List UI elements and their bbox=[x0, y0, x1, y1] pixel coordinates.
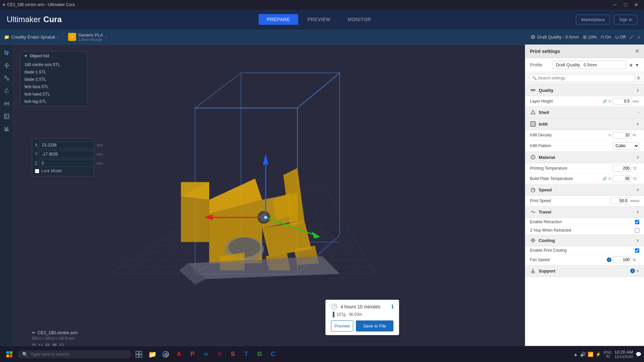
list-item[interactable]: ferb leg.STL bbox=[20, 98, 87, 105]
profile-chevron-icon[interactable]: ▼ bbox=[635, 62, 639, 68]
chrome-button[interactable] bbox=[160, 348, 172, 360]
print-speed-input[interactable] bbox=[610, 197, 629, 204]
shell-section: Shell › bbox=[525, 107, 644, 118]
z-input[interactable] bbox=[39, 160, 94, 167]
close-button[interactable]: ✕ bbox=[631, 1, 641, 8]
infill-pattern-row: Infill Pattern Cubic Grid Lines Triangle… bbox=[525, 140, 644, 152]
arduino-button[interactable]: ∞ bbox=[200, 348, 212, 360]
printing-temp-unit: °C bbox=[633, 166, 639, 170]
profile-favorite-icon[interactable]: ★ bbox=[629, 62, 633, 68]
object-list-header[interactable]: ▼ Object list bbox=[20, 52, 87, 60]
nav-prepare[interactable]: PREPARE bbox=[259, 14, 298, 25]
infill-density-label: Infill Density bbox=[530, 133, 608, 137]
teamviewer-button[interactable]: T bbox=[240, 348, 252, 360]
sidebar-support-blocker[interactable] bbox=[1, 124, 12, 134]
list-item[interactable]: blade 1.STL bbox=[20, 68, 87, 76]
svg-line-93 bbox=[531, 239, 532, 240]
cooling-section-header[interactable]: Cooling ∨ bbox=[525, 235, 644, 246]
toolbar-material[interactable]: ● Generic PLA 1.0mm Nozzle › bbox=[68, 33, 106, 42]
nav-monitor[interactable]: MONITOR bbox=[340, 14, 379, 25]
preview-button[interactable]: Preview bbox=[331, 320, 353, 331]
start-button[interactable] bbox=[3, 348, 16, 361]
notifications-icon[interactable]: 💬 bbox=[636, 352, 641, 357]
model-dimensions: 205.1 x 160.0 x 120.0 mm bbox=[32, 336, 78, 340]
fan-speed-input[interactable] bbox=[613, 256, 631, 263]
support-section-header[interactable]: Support i ∨ bbox=[525, 265, 644, 277]
svg-point-108 bbox=[164, 353, 167, 356]
infill-pattern-select[interactable]: Cubic Grid Lines Triangles Gyroid bbox=[612, 142, 639, 149]
tray-expand-icon[interactable]: ▲ bbox=[573, 352, 578, 357]
infill-header-left: Infill bbox=[530, 121, 548, 127]
battery-icon[interactable]: ⚡ bbox=[595, 352, 601, 357]
build-plate-temp-input[interactable] bbox=[613, 175, 631, 182]
build-plate-link-icon[interactable]: 🔗 bbox=[602, 177, 607, 181]
restore-button[interactable]: □ bbox=[621, 1, 631, 8]
sidebar-rotate-tool[interactable] bbox=[1, 85, 12, 96]
x-input[interactable] bbox=[40, 141, 95, 149]
taskbar-search-input[interactable] bbox=[31, 352, 118, 357]
sketchbook-button[interactable]: S bbox=[227, 348, 239, 360]
save-to-file-button[interactable]: Save to File bbox=[356, 320, 393, 331]
sidebar-select-tool[interactable] bbox=[1, 47, 12, 58]
volume-icon[interactable]: 🔊 bbox=[580, 352, 586, 357]
profile-input[interactable] bbox=[553, 61, 626, 69]
enable-retraction-checkbox[interactable] bbox=[635, 220, 639, 224]
viewport-3d[interactable] bbox=[13, 45, 525, 362]
sidebar-permodel-settings[interactable] bbox=[1, 111, 12, 122]
cura-button[interactable]: C bbox=[267, 348, 279, 360]
quality-section-header[interactable]: Quality ∨ bbox=[525, 84, 644, 96]
network-icon[interactable]: 📶 bbox=[588, 352, 593, 357]
travel-section-header[interactable]: Travel ∨ bbox=[525, 206, 644, 218]
shell-section-header[interactable]: Shell › bbox=[525, 107, 644, 118]
reset-icon[interactable]: ↻ bbox=[608, 99, 611, 104]
estimate-info-icon[interactable]: ℹ bbox=[391, 303, 393, 310]
speed-section-header[interactable]: Speed ∨ bbox=[525, 184, 644, 196]
taskbar-clock[interactable]: 10:20 AM 12/14/2020 bbox=[614, 350, 633, 359]
list-item[interactable]: 180 centre arm.STL bbox=[20, 61, 87, 68]
build-plate-reset-icon[interactable]: ↻ bbox=[608, 177, 611, 181]
collapse-right-button[interactable]: ‹ bbox=[638, 34, 640, 41]
list-item[interactable]: blade 3.STL bbox=[20, 76, 87, 83]
sidebar-move-tool[interactable] bbox=[1, 60, 12, 71]
sidebar-mirror-tool[interactable] bbox=[1, 98, 12, 109]
file-explorer-button[interactable]: 📁 bbox=[146, 348, 158, 360]
y-label: Y bbox=[35, 152, 38, 157]
list-item[interactable]: ferb face.STL bbox=[20, 83, 87, 90]
svg-rect-71 bbox=[531, 89, 535, 90]
search-icon: 🔍 bbox=[532, 76, 537, 80]
taskbar-search-bar[interactable]: 🔍 bbox=[17, 350, 131, 358]
settings-search-input[interactable] bbox=[529, 74, 635, 82]
lock-model-label[interactable]: Lock Model bbox=[41, 169, 62, 173]
acrobat-button[interactable]: A bbox=[173, 348, 185, 360]
z-hop-checkbox[interactable] bbox=[635, 228, 639, 233]
slack-button[interactable]: # bbox=[213, 348, 225, 360]
signin-button[interactable]: Sign in bbox=[614, 15, 637, 24]
enable-cooling-checkbox[interactable] bbox=[635, 248, 639, 253]
list-item[interactable]: ferb hand.STL bbox=[20, 90, 87, 98]
infill-reset-icon[interactable]: ↻ bbox=[608, 133, 611, 137]
nav-preview[interactable]: PREVIEW bbox=[300, 14, 338, 25]
marketplace-button[interactable]: Marketplace bbox=[576, 15, 610, 24]
print-settings-close-button[interactable]: ✕ bbox=[635, 48, 639, 54]
adhesion-toggle[interactable]: ⊔ Off bbox=[615, 35, 626, 40]
machine-chevron-icon: › bbox=[57, 35, 58, 40]
toolbar-machine[interactable]: 📁 Creality Ender-3prabal › bbox=[4, 35, 58, 40]
link-icon[interactable]: 🔗 bbox=[602, 99, 607, 104]
minimize-button[interactable]: ─ bbox=[610, 1, 620, 8]
printing-temp-input[interactable] bbox=[613, 165, 631, 172]
settings-menu-icon[interactable]: ≡ bbox=[637, 75, 640, 81]
material-section-header[interactable]: Material ∨ bbox=[525, 152, 644, 163]
support-toggle[interactable]: ⊓ On bbox=[601, 35, 611, 40]
svg-line-96 bbox=[531, 241, 532, 242]
sidebar-scale-tool[interactable] bbox=[1, 73, 12, 83]
gamemaker-button[interactable]: G bbox=[254, 348, 266, 360]
powerpoint-button[interactable]: P bbox=[186, 348, 199, 360]
support-info-icon[interactable]: i bbox=[630, 268, 635, 273]
task-view-button[interactable] bbox=[133, 348, 145, 360]
infill-section-header[interactable]: Infill ∨ bbox=[525, 118, 644, 130]
y-input[interactable] bbox=[40, 150, 95, 158]
lock-model-checkbox[interactable] bbox=[35, 169, 39, 173]
fan-speed-info-icon[interactable]: i bbox=[607, 257, 611, 262]
infill-density-input[interactable] bbox=[613, 132, 631, 138]
layer-height-input[interactable] bbox=[613, 98, 631, 105]
